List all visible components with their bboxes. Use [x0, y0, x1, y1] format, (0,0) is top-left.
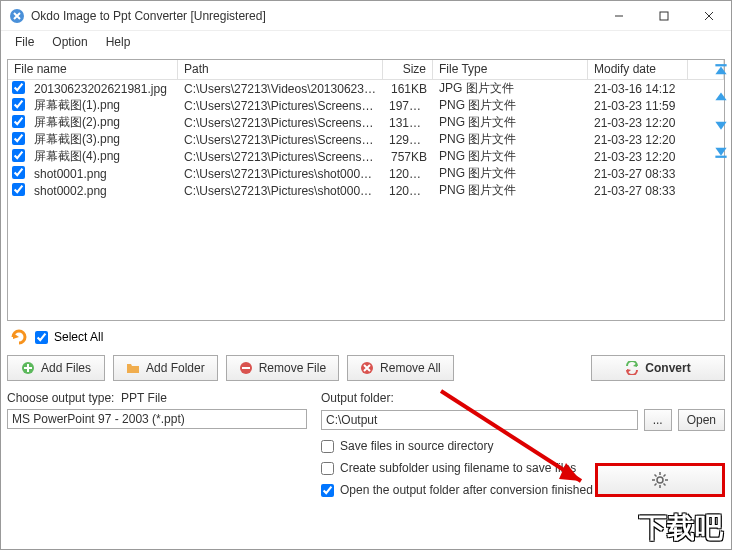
cell-type: JPG 图片文件 — [433, 80, 588, 97]
cell-path: C:\Users\27213\Pictures\Screenshot... — [178, 99, 383, 113]
settings-button[interactable] — [595, 463, 725, 497]
menu-help[interactable]: Help — [98, 33, 139, 51]
cell-size: 161KB — [383, 82, 433, 96]
close-button[interactable] — [686, 1, 731, 30]
cell-size: 1311KB — [383, 116, 433, 130]
convert-button[interactable]: Convert — [591, 355, 725, 381]
select-all-label: Select All — [54, 330, 103, 344]
cell-type: PNG 图片文件 — [433, 165, 588, 182]
cell-size: 1205KB — [383, 167, 433, 181]
cell-type: PNG 图片文件 — [433, 114, 588, 131]
cell-filename: 20130623202621981.jpg — [28, 82, 178, 96]
row-checkbox[interactable] — [12, 115, 25, 128]
svg-point-10 — [657, 477, 663, 483]
app-icon — [9, 8, 25, 24]
output-type-group: Choose output type: PPT File — [7, 391, 307, 497]
cell-date: 21-03-27 08:33 — [588, 167, 688, 181]
move-bottom-icon[interactable] — [712, 141, 730, 159]
row-checkbox[interactable] — [12, 183, 25, 196]
undo-icon[interactable] — [9, 327, 29, 347]
add-folder-button[interactable]: Add Folder — [113, 355, 218, 381]
open-after-label: Open the output folder after conversion … — [340, 483, 593, 497]
cell-filename: 屏幕截图(2).png — [28, 114, 178, 131]
cell-date: 21-03-23 12:20 — [588, 116, 688, 130]
cell-type: PNG 图片文件 — [433, 97, 588, 114]
table-row[interactable]: 屏幕截图(1).pngC:\Users\27213\Pictures\Scree… — [8, 97, 724, 114]
cell-type: PNG 图片文件 — [433, 148, 588, 165]
menu-option[interactable]: Option — [44, 33, 95, 51]
cell-date: 21-03-27 08:33 — [588, 184, 688, 198]
remove-all-button[interactable]: Remove All — [347, 355, 454, 381]
cell-size: 1972KB — [383, 99, 433, 113]
window-title: Okdo Image to Ppt Converter [Unregistere… — [31, 9, 596, 23]
browse-button[interactable]: ... — [644, 409, 672, 431]
table-row[interactable]: 屏幕截图(2).pngC:\Users\27213\Pictures\Scree… — [8, 114, 724, 131]
table-row[interactable]: 20130623202621981.jpgC:\Users\27213\Vide… — [8, 80, 724, 97]
convert-label: Convert — [645, 361, 690, 375]
cell-size: 1299KB — [383, 133, 433, 147]
cell-date: 21-03-23 11:59 — [588, 99, 688, 113]
menubar: File Option Help — [1, 31, 731, 53]
move-up-icon[interactable] — [712, 89, 730, 107]
svg-rect-6 — [715, 156, 726, 158]
file-list-body[interactable]: 20130623202621981.jpgC:\Users\27213\Vide… — [8, 80, 724, 320]
remove-all-label: Remove All — [380, 361, 441, 375]
save-in-source-checkbox[interactable] — [321, 440, 334, 453]
header-path[interactable]: Path — [178, 60, 383, 79]
remove-all-icon — [360, 361, 374, 375]
cell-type: PNG 图片文件 — [433, 131, 588, 148]
header-date[interactable]: Modify date — [588, 60, 688, 79]
cell-date: 21-03-23 12:20 — [588, 133, 688, 147]
remove-file-button[interactable]: Remove File — [226, 355, 339, 381]
minimize-button[interactable] — [596, 1, 641, 30]
open-after-checkbox[interactable] — [321, 484, 334, 497]
window-buttons — [596, 1, 731, 30]
watermark: 下载吧 — [639, 509, 723, 547]
minus-icon — [239, 361, 253, 375]
cell-filename: 屏幕截图(1).png — [28, 97, 178, 114]
button-row: Add Files Add Folder Remove File Remove … — [7, 355, 725, 391]
plus-icon — [21, 361, 35, 375]
move-top-icon[interactable] — [712, 63, 730, 81]
open-folder-button[interactable]: Open — [678, 409, 725, 431]
cell-path: C:\Users\27213\Videos\2013062320... — [178, 82, 383, 96]
menu-file[interactable]: File — [7, 33, 42, 51]
cell-filename: shot0002.png — [28, 184, 178, 198]
row-checkbox[interactable] — [12, 149, 25, 162]
cell-date: 21-03-16 14:12 — [588, 82, 688, 96]
create-subfolder-checkbox[interactable] — [321, 462, 334, 475]
remove-file-label: Remove File — [259, 361, 326, 375]
save-in-source-row: Save files in source directory — [321, 439, 725, 453]
save-in-source-label: Save files in source directory — [340, 439, 493, 453]
cell-type: PNG 图片文件 — [433, 182, 588, 199]
row-checkbox[interactable] — [12, 98, 25, 111]
convert-icon — [625, 361, 639, 375]
header-filename[interactable]: File name — [8, 60, 178, 79]
cell-path: C:\Users\27213\Pictures\shot0002.png — [178, 184, 383, 198]
output-folder-field[interactable] — [321, 410, 638, 430]
row-checkbox[interactable] — [12, 166, 25, 179]
maximize-button[interactable] — [641, 1, 686, 30]
create-subfolder-label: Create subfolder using filename to save … — [340, 461, 576, 475]
select-all-checkbox[interactable] — [35, 331, 48, 344]
cell-path: C:\Users\27213\Pictures\Screenshot... — [178, 150, 383, 164]
output-format-field[interactable] — [7, 409, 307, 429]
header-size[interactable]: Size — [383, 60, 433, 79]
file-list: File name Path Size File Type Modify dat… — [7, 59, 725, 321]
move-down-icon[interactable] — [712, 115, 730, 133]
add-files-label: Add Files — [41, 361, 91, 375]
cell-path: C:\Users\27213\Pictures\Screenshot... — [178, 133, 383, 147]
table-row[interactable]: shot0002.pngC:\Users\27213\Pictures\shot… — [8, 182, 724, 199]
row-checkbox[interactable] — [12, 81, 25, 94]
titlebar: Okdo Image to Ppt Converter [Unregistere… — [1, 1, 731, 31]
table-row[interactable]: shot0001.pngC:\Users\27213\Pictures\shot… — [8, 165, 724, 182]
header-filetype[interactable]: File Type — [433, 60, 588, 79]
row-checkbox[interactable] — [12, 132, 25, 145]
table-row[interactable]: 屏幕截图(3).pngC:\Users\27213\Pictures\Scree… — [8, 131, 724, 148]
table-row[interactable]: 屏幕截图(4).pngC:\Users\27213\Pictures\Scree… — [8, 148, 724, 165]
cell-filename: shot0001.png — [28, 167, 178, 181]
output-type-label: Choose output type: PPT File — [7, 391, 307, 405]
add-files-button[interactable]: Add Files — [7, 355, 105, 381]
cell-date: 21-03-23 12:20 — [588, 150, 688, 164]
gear-icon — [651, 471, 669, 489]
